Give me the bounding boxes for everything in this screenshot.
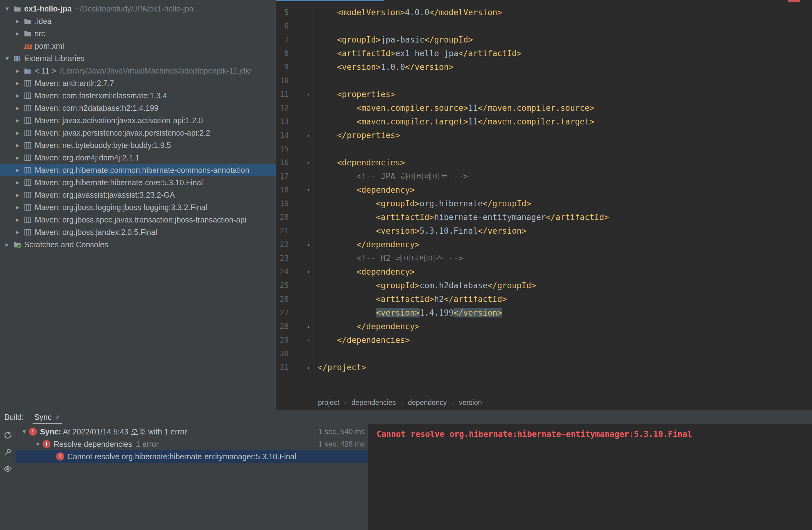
chevron-down-icon[interactable]: ▾ <box>2 5 12 12</box>
chevron-right-icon[interactable]: ▸ <box>2 241 12 248</box>
code-line[interactable]: 18▾ <dependency> <box>276 183 812 197</box>
tab-sync[interactable]: Sync × <box>32 410 62 424</box>
chevron-right-icon[interactable]: ▸ <box>13 30 22 37</box>
fold-marker-icon[interactable]: ▾ <box>289 87 314 101</box>
tree-item[interactable]: ▾External Libraries <box>0 52 276 65</box>
code-line[interactable]: 16▾ <dependencies> <box>276 156 812 169</box>
eye-icon[interactable] <box>3 464 12 473</box>
code-line[interactable]: 12 <maven.compiler.source>11</maven.comp… <box>276 101 812 115</box>
code-editor[interactable]: 5 <modelVersion>4.0.0</modelVersion>67 <… <box>276 5 812 374</box>
code-line[interactable]: 21 <version>5.3.10.Final</version> <box>276 224 812 238</box>
fold-marker-icon[interactable]: ▴ <box>289 361 314 374</box>
build-tree-row[interactable]: !Cannot resolve org.hibernate:hibernate-… <box>15 450 368 463</box>
chevron-right-icon[interactable]: ▸ <box>13 129 22 137</box>
chevron-right-icon[interactable]: ▸ <box>13 80 22 87</box>
close-icon[interactable]: × <box>55 410 60 424</box>
tree-item[interactable]: ▾ex1-hello-jpa~/Desktop/study/JPA/ex1-he… <box>0 2 276 15</box>
code-line[interactable]: 22▴ </dependency> <box>276 238 812 251</box>
code-line[interactable]: 27 <version>1.4.199</version> <box>276 306 812 320</box>
code-line[interactable]: 26 <artifactId>h2</artifactId> <box>276 292 812 306</box>
code-line[interactable]: 6 <box>276 19 812 33</box>
tree-item[interactable]: ▸Maven: com.h2database:h2:1.4.199 <box>0 102 276 114</box>
code-line[interactable]: 15 <box>276 142 812 156</box>
code-line[interactable]: 25 <groupId>com.h2database</groupId> <box>276 279 812 292</box>
tree-item-label: Maven: org.jboss.spec.javax.transaction:… <box>35 215 246 224</box>
code-line[interactable]: 31▴</project> <box>276 361 812 374</box>
code-token: <maven.compiler.target> <box>357 117 468 126</box>
chevron-right-icon[interactable]: ▸ <box>13 216 22 224</box>
fold-marker-icon[interactable]: ▴ <box>289 333 314 347</box>
tree-item[interactable]: ▸Maven: javax.persistence:javax.persiste… <box>0 127 276 139</box>
chevron-right-icon[interactable]: ▸ <box>13 92 22 99</box>
code-line[interactable]: 10 <box>276 74 812 87</box>
code-line[interactable]: 29▴ </dependencies> <box>276 333 812 347</box>
chevron-right-icon[interactable]: ▸ <box>13 191 22 199</box>
breadcrumb-item[interactable]: version <box>459 398 482 407</box>
chevron-right-icon[interactable]: ▸ <box>13 166 22 174</box>
tree-item[interactable]: ▸Maven: org.hibernate:hibernate-core:5.3… <box>0 176 276 189</box>
code-line[interactable]: 17 <!-- JPA 하이버네이트 --> <box>276 169 812 183</box>
tree-item[interactable]: ▸Maven: org.dom4j:dom4j:2.1.1 <box>0 152 276 164</box>
code-line[interactable]: 30 <box>276 347 812 361</box>
code-line[interactable]: 20 <artifactId>hibernate-entitymanager</… <box>276 210 812 224</box>
chevron-right-icon[interactable]: ▸ <box>13 203 22 211</box>
tree-item[interactable]: ▸Maven: org.hibernate.common:hibernate-c… <box>0 164 276 176</box>
fold-marker-icon[interactable]: ▾ <box>289 265 314 279</box>
chevron-down-icon[interactable]: ▾ <box>2 55 12 62</box>
code-token: <artifactId> <box>337 49 395 58</box>
rerun-sync-icon[interactable] <box>3 431 12 440</box>
fold-marker-icon[interactable]: ▴ <box>289 238 314 251</box>
tree-item[interactable]: ▸Maven: org.jboss.logging:jboss-logging:… <box>0 201 276 214</box>
code-line[interactable]: 24▾ <dependency> <box>276 265 812 279</box>
breadcrumb-item[interactable]: dependencies <box>351 398 396 407</box>
code-line[interactable]: 9 <version>1.0.0</version> <box>276 60 812 74</box>
chevron-right-icon[interactable]: ▸ <box>13 17 22 25</box>
code-token: <version> <box>337 62 381 72</box>
fold-marker-icon[interactable]: ▾ <box>289 183 314 197</box>
tree-item[interactable]: ▸Maven: net.bytebuddy:byte-buddy:1.9.5 <box>0 139 276 152</box>
chevron-right-icon[interactable]: ▸ <box>13 179 22 186</box>
code-line[interactable]: 11▾ <properties> <box>276 87 812 101</box>
tree-item[interactable]: ▸< 11 >/Library/Java/JavaVirtualMachines… <box>0 65 276 77</box>
code-token: com.h2database <box>420 281 488 290</box>
library-icon <box>22 128 33 137</box>
chevron-right-icon[interactable]: ▸ <box>13 228 22 236</box>
code-line[interactable]: 7 <groupId>jpa-basic</groupId> <box>276 33 812 46</box>
tree-item[interactable]: ▸Maven: org.jboss.spec.javax.transaction… <box>0 214 276 226</box>
line-number: 14 <box>276 128 289 142</box>
tree-item[interactable]: ▸.idea <box>0 15 276 27</box>
chevron-right-icon[interactable]: ▸ <box>13 154 22 161</box>
tree-item[interactable]: ▸Scratches and Consoles <box>0 238 276 251</box>
code-line[interactable]: 28▴ </dependency> <box>276 320 812 333</box>
code-line[interactable]: 19 <groupId>org.hibernate</groupId> <box>276 197 812 210</box>
code-line[interactable]: 8 <artifactId>ex1-hello-jpa</artifactId> <box>276 46 812 60</box>
build-tree-row[interactable]: ▾!Sync: At 2022/01/14 5:43 오후 with 1 err… <box>15 426 368 438</box>
line-number: 11 <box>276 87 289 101</box>
tree-item[interactable]: ▸Maven: antlr:antlr:2.7.7 <box>0 77 276 89</box>
tree-item[interactable]: ▸Maven: org.jboss:jandex:2.0.5.Final <box>0 226 276 238</box>
build-body: ▾!Sync: At 2022/01/14 5:43 오후 with 1 err… <box>0 424 812 530</box>
chevron-right-icon[interactable]: ▸ <box>13 142 22 149</box>
tree-item[interactable]: ▸Maven: javax.activation:javax.activatio… <box>0 114 276 127</box>
code-line[interactable]: 5 <modelVersion>4.0.0</modelVersion> <box>276 5 812 19</box>
tree-item[interactable]: mpom.xml <box>0 40 276 52</box>
build-tree-row[interactable]: ▾!Resolve dependencies1 error1 sec, 428 … <box>15 438 368 450</box>
chevron-right-icon[interactable]: ▸ <box>13 104 22 112</box>
code-token: <version> <box>376 226 420 235</box>
tree-item[interactable]: ▸Maven: org.javassist:javassist:3.23.2-G… <box>0 189 276 201</box>
tree-item[interactable]: ▸Maven: com.fasterxml:classmate:1.3.4 <box>0 89 276 102</box>
pin-icon[interactable] <box>3 448 12 457</box>
fold-marker-icon[interactable]: ▴ <box>289 128 314 142</box>
breadcrumb-item[interactable]: dependency <box>408 398 447 407</box>
chevron-right-icon[interactable]: ▸ <box>13 117 22 124</box>
code-line[interactable]: 14▴ </properties> <box>276 128 812 142</box>
chevron-down-icon[interactable]: ▾ <box>33 440 43 448</box>
fold-marker-icon[interactable]: ▾ <box>289 156 314 169</box>
tree-item[interactable]: ▸src <box>0 27 276 40</box>
breadcrumb-item[interactable]: project <box>318 398 339 407</box>
chevron-right-icon[interactable]: ▸ <box>13 67 22 74</box>
code-line[interactable]: 23 <!-- H2 데이터베이스 --> <box>276 251 812 265</box>
code-line[interactable]: 13 <maven.compiler.target>11</maven.comp… <box>276 115 812 128</box>
chevron-down-icon[interactable]: ▾ <box>19 428 29 435</box>
fold-marker-icon[interactable]: ▴ <box>289 320 314 333</box>
